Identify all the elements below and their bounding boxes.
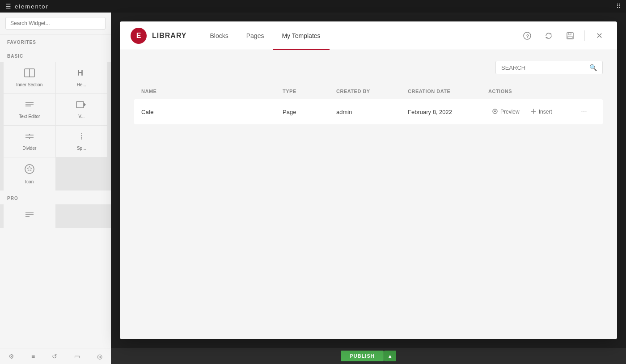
modal-tabs: Blocks Pages My Templates: [201, 21, 520, 50]
widget-text-editor[interactable]: Text Editor: [4, 94, 55, 125]
template-more: ···: [578, 104, 596, 120]
search-widget-input[interactable]: [5, 17, 106, 30]
heading-icon: H: [76, 68, 87, 80]
elementor-logo: elementor: [15, 3, 49, 10]
svg-rect-24: [568, 36, 572, 38]
widget-spacer[interactable]: Sp...: [56, 126, 108, 157]
close-modal-button[interactable]: ✕: [592, 29, 606, 43]
sidebar-search-container: [0, 13, 111, 34]
responsive-icon[interactable]: ▭: [74, 353, 80, 360]
grid-icon[interactable]: ⠿: [616, 3, 621, 10]
divider-label: Divider: [22, 146, 36, 151]
widget-pro[interactable]: [4, 204, 55, 228]
svg-point-26: [494, 110, 496, 112]
search-icon: 🔍: [589, 64, 597, 71]
save-icon-btn[interactable]: [563, 29, 577, 43]
table-row: Cafe Page admin February 8, 2022: [134, 99, 603, 124]
top-bar: ☰ elementor ⠿: [0, 0, 626, 13]
basic-widgets-grid: Inner Section H He... Text Editor: [0, 62, 111, 190]
preview-button[interactable]: Preview: [488, 106, 523, 118]
more-options-button[interactable]: ···: [578, 106, 590, 118]
library-modal: E LIBRARY Blocks Pages My Templates ?: [120, 21, 617, 339]
pro-widgets-grid: [0, 204, 111, 228]
template-type: Page: [283, 107, 336, 117]
sync-icon-btn[interactable]: [541, 29, 556, 43]
spacer-label: Sp...: [77, 146, 86, 151]
col-name: NAME: [141, 89, 283, 94]
tab-blocks[interactable]: Blocks: [201, 21, 237, 50]
text-editor-icon: [24, 100, 35, 111]
publish-bar: PUBLISH ▲: [111, 348, 626, 364]
left-sidebar: FAVORITES BASIC Inner Section H He...: [0, 13, 111, 348]
icon-label: Icon: [25, 179, 34, 184]
search-row: 🔍: [134, 61, 603, 74]
top-bar-left: ☰ elementor: [5, 3, 49, 10]
publish-button[interactable]: PUBLISH: [341, 351, 383, 361]
template-name: Cafe: [141, 107, 283, 117]
insert-icon: [530, 108, 537, 116]
svg-text:H: H: [77, 68, 83, 77]
tab-pages[interactable]: Pages: [237, 21, 273, 50]
pro-icon: [24, 211, 35, 222]
publish-arrow-button[interactable]: ▲: [384, 351, 396, 361]
sidebar-bottom-bar: ⚙ ≡ ↺ ▭ ◎: [0, 348, 111, 364]
modal-title: LIBRARY: [152, 32, 187, 40]
modal-overlay: E LIBRARY Blocks Pages My Templates ?: [111, 13, 626, 348]
hamburger-icon[interactable]: ☰: [5, 3, 11, 10]
pro-section-title: PRO: [0, 190, 111, 204]
col-created-by: CREATED BY: [336, 89, 408, 94]
col-more: [578, 89, 596, 94]
template-created-by: admin: [336, 107, 408, 117]
svg-text:?: ?: [526, 33, 529, 38]
inner-section-label: Inner Section: [16, 82, 42, 87]
header-divider: [584, 30, 585, 41]
video-label: V...: [78, 114, 85, 119]
svg-rect-6: [76, 102, 84, 108]
preview-label: Preview: [500, 109, 520, 115]
favorites-section-title: FAVORITES: [0, 34, 111, 48]
modal-header-actions: ?: [520, 29, 606, 43]
heading-label: He...: [77, 82, 86, 87]
text-editor-label: Text Editor: [19, 114, 40, 119]
widget-video[interactable]: V...: [56, 94, 108, 125]
svg-marker-7: [84, 102, 86, 107]
widget-icon[interactable]: Icon: [4, 157, 55, 190]
widget-inner-section[interactable]: Inner Section: [4, 62, 55, 93]
insert-label: Insert: [539, 109, 552, 115]
icon-widget-icon: [24, 164, 35, 177]
table-header: NAME TYPE CREATED BY CREATION DATE ACTIO…: [134, 85, 603, 97]
divider-icon: [24, 132, 35, 143]
col-creation-date: CREATION DATE: [408, 89, 488, 94]
settings-icon[interactable]: ⚙: [8, 353, 14, 360]
modal-logo: E: [131, 28, 147, 44]
search-templates-input[interactable]: [501, 64, 586, 71]
row-actions: Preview Insert: [488, 106, 578, 118]
widget-divider[interactable]: Divider: [4, 126, 55, 157]
col-type: TYPE: [283, 89, 336, 94]
video-icon: [76, 100, 87, 111]
template-creation-date: February 8, 2022: [408, 107, 488, 117]
insert-button[interactable]: Insert: [527, 106, 556, 118]
inner-section-icon: [24, 68, 35, 80]
eye-icon[interactable]: ◎: [97, 353, 102, 360]
modal-header: E LIBRARY Blocks Pages My Templates ?: [120, 21, 617, 50]
modal-body: 🔍 NAME TYPE CREATED BY CREATION DATE ACT…: [120, 50, 617, 339]
templates-table: NAME TYPE CREATED BY CREATION DATE ACTIO…: [134, 85, 603, 124]
search-box: 🔍: [495, 61, 603, 74]
widget-heading[interactable]: H He...: [56, 62, 108, 93]
history-icon[interactable]: ↺: [52, 353, 57, 360]
basic-section-title: BASIC: [0, 48, 111, 62]
svg-marker-9: [29, 134, 30, 135]
tab-my-templates[interactable]: My Templates: [273, 21, 329, 50]
layers-icon[interactable]: ≡: [31, 353, 35, 360]
svg-marker-14: [27, 166, 32, 171]
help-icon-btn[interactable]: ?: [520, 29, 534, 43]
preview-icon: [492, 108, 498, 116]
spacer-icon: [76, 132, 87, 143]
template-actions: Preview Insert: [488, 105, 578, 119]
col-actions: ACTIONS: [488, 89, 578, 94]
